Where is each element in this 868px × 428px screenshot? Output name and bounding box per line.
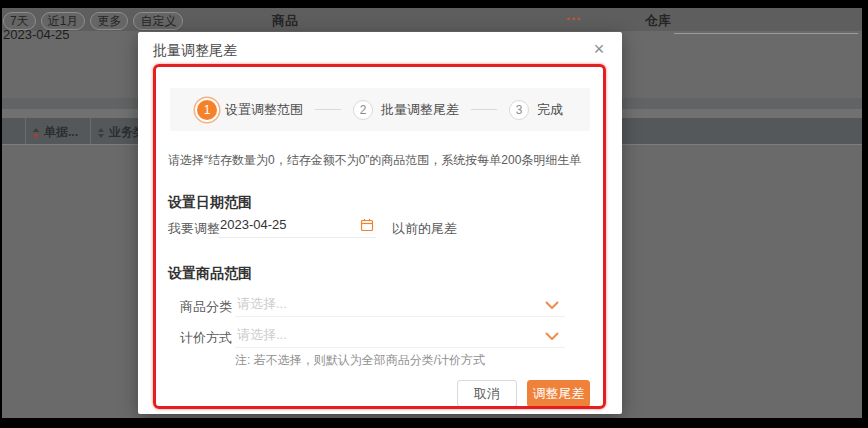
date-range-heading: 设置日期范围: [168, 194, 252, 212]
warehouse-field-underline[interactable]: [674, 33, 858, 34]
warehouse-filter-label: 仓库: [645, 12, 671, 30]
ellipsis-icon[interactable]: ...: [566, 8, 582, 23]
step-1: 1 设置调整范围: [197, 100, 303, 120]
filter-date-value[interactable]: 2023-04-25: [3, 27, 70, 42]
pricing-select[interactable]: [235, 324, 565, 348]
category-select[interactable]: [235, 293, 565, 317]
batch-adjust-dialog: 批量调整尾差 × 1 设置调整范围 2 批量调整尾差 3 完成 请选择“结存数量…: [138, 32, 622, 414]
step-1-circle: 1: [197, 100, 217, 120]
top-filter-bar: 7天 近1月 更多 自定义 商品 ... 仓库: [2, 8, 862, 31]
selection-note: 注: 若不选择，则默认为全部商品分类/计价方式: [235, 352, 485, 369]
pricing-select-input[interactable]: [235, 324, 527, 342]
step-1-label: 设置调整范围: [225, 101, 303, 119]
step-3-circle: 3: [509, 100, 529, 120]
chip-custom[interactable]: 自定义: [133, 12, 183, 30]
chevron-down-icon[interactable]: [545, 332, 559, 341]
column-label: 单据...: [44, 124, 78, 141]
step-3: 3 完成: [509, 100, 563, 120]
step-3-label: 完成: [537, 101, 563, 119]
cancel-button[interactable]: 取消: [457, 380, 517, 407]
chevron-down-icon[interactable]: [545, 301, 559, 310]
adjust-suffix-label: 以前的尾差: [392, 220, 457, 238]
date-field[interactable]: [218, 215, 376, 238]
category-label: 商品分类: [180, 298, 232, 316]
dialog-title: 批量调整尾差: [153, 42, 237, 60]
date-input[interactable]: [218, 215, 350, 232]
sort-icon[interactable]: [33, 128, 39, 138]
product-filter-label: 商品: [272, 12, 298, 30]
table-header-document[interactable]: 单据...: [33, 124, 78, 141]
scope-description: 请选择“结存数量为0，结存金额不为0”的商品范围，系统按每单200条明细生单: [168, 152, 592, 169]
pricing-label: 计价方式: [180, 329, 232, 347]
chip-more[interactable]: 更多: [90, 12, 128, 30]
step-2-label: 批量调整尾差: [381, 101, 459, 119]
wizard-stepper: 1 设置调整范围 2 批量调整尾差 3 完成: [170, 88, 590, 131]
close-icon[interactable]: ×: [588, 38, 610, 60]
calendar-icon[interactable]: [360, 218, 374, 232]
step-2-circle: 2: [353, 100, 373, 120]
product-range-heading: 设置商品范围: [168, 265, 252, 283]
adjust-confirm-button[interactable]: 调整尾差: [527, 380, 590, 407]
column-divider: [90, 118, 91, 144]
step-2: 2 批量调整尾差: [353, 100, 459, 120]
sort-icon[interactable]: [98, 128, 104, 138]
column-divider: [25, 118, 26, 144]
adjust-prefix-label: 我要调整: [168, 220, 220, 238]
step-connector: [471, 109, 497, 110]
step-connector: [315, 109, 341, 110]
category-select-input[interactable]: [235, 293, 527, 311]
